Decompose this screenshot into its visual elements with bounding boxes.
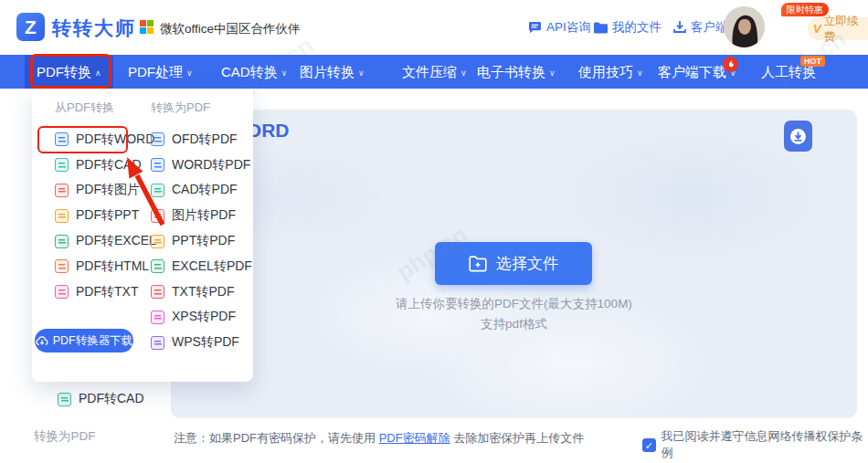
file-icon bbox=[58, 393, 71, 406]
agreement-row: ✓ 我已阅读并遵守信息网络传播权保护条例 bbox=[642, 428, 868, 461]
comment-icon bbox=[528, 21, 542, 34]
client-label: 客户端 bbox=[691, 19, 728, 36]
vip-icon: V bbox=[813, 22, 821, 36]
nav-item-tips[interactable]: 使用技巧∨ bbox=[578, 55, 643, 89]
sidebar-item-label: PDF转CAD bbox=[79, 391, 144, 407]
menu-item-pdf-to-word[interactable]: PDF转WORD bbox=[55, 127, 156, 153]
file-icon bbox=[55, 209, 69, 223]
menu-item-ppt-to-pdf[interactable]: PPT转PDF bbox=[151, 228, 252, 254]
nav-item-pdf-convert[interactable]: PDF转换∧ bbox=[25, 55, 113, 89]
file-icon bbox=[55, 259, 69, 273]
client-link[interactable]: 客户端 bbox=[673, 19, 728, 36]
nav-item-cad-convert[interactable]: CAD转换∨ bbox=[221, 55, 287, 89]
chevron-down-icon: ∨ bbox=[460, 68, 467, 78]
site-logo-text[interactable]: 转转大师 bbox=[52, 16, 136, 41]
file-icon bbox=[151, 235, 164, 248]
menu-item-xps-to-pdf[interactable]: XPS转PDF bbox=[151, 305, 252, 331]
sidebar-item-pdf-to-cad[interactable]: PDF转CAD bbox=[58, 391, 144, 407]
folder-icon bbox=[594, 22, 608, 34]
pdf-password-remove-link[interactable]: PDF密码解除 bbox=[379, 431, 450, 445]
my-files-link[interactable]: 我的文件 bbox=[594, 19, 662, 36]
cloud-download-icon bbox=[36, 335, 48, 346]
chevron-down-icon: ∨ bbox=[637, 68, 643, 78]
file-icon bbox=[151, 158, 164, 172]
dropdown-section-to-pdf: 转换为PDF bbox=[151, 100, 210, 116]
menu-item-wps-to-pdf[interactable]: WPS转PDF bbox=[151, 330, 252, 355]
chevron-down-icon: ∨ bbox=[358, 68, 365, 78]
promo-badge: 限时特惠 bbox=[781, 3, 829, 16]
nav-item-file-compress[interactable]: 文件压缩∨ bbox=[402, 55, 467, 89]
partner-text: 微软office中国区合作伙伴 bbox=[160, 21, 301, 37]
menu-item-ofd-to-pdf[interactable]: OFD转PDF bbox=[151, 127, 252, 153]
upload-hint-format: 支持pdf格式 bbox=[171, 316, 857, 332]
avatar-image bbox=[724, 6, 765, 47]
file-icon bbox=[151, 132, 164, 146]
choose-file-button[interactable]: 选择文件 bbox=[435, 242, 592, 285]
chevron-down-icon: ∨ bbox=[549, 68, 556, 78]
file-icon bbox=[151, 310, 164, 324]
menu-item-txt-to-pdf[interactable]: TXT转PDF bbox=[151, 279, 252, 305]
header: Z 转转大师 微软office中国区合作伙伴 API咨询 我的文件 客户端 V … bbox=[0, 0, 868, 55]
nav-item-ebook-convert[interactable]: 电子书转换∨ bbox=[477, 55, 556, 89]
file-icon bbox=[55, 184, 69, 197]
chevron-down-icon: ∨ bbox=[186, 68, 193, 78]
file-icon bbox=[151, 209, 164, 223]
file-icon bbox=[151, 336, 164, 350]
file-icon bbox=[55, 285, 69, 299]
menu-item-pdf-to-txt[interactable]: PDF转TXT bbox=[55, 279, 156, 305]
menu-item-pdf-to-html[interactable]: PDF转HTML bbox=[55, 254, 156, 279]
banner-download-icon[interactable] bbox=[784, 121, 812, 152]
fire-badge-icon bbox=[723, 57, 738, 72]
api-consult-link[interactable]: API咨询 bbox=[528, 19, 591, 36]
menu-item-pdf-to-cad[interactable]: PDF转CAD bbox=[55, 153, 156, 178]
site-logo-icon[interactable]: Z bbox=[16, 13, 45, 41]
user-avatar[interactable] bbox=[724, 6, 765, 47]
main-nav: PDF转换∧ PDF处理∨ CAD转换∨ 图片转换∨ 文件压缩∨ 电子书转换∨ … bbox=[0, 55, 868, 89]
pdf-converter-download-button[interactable]: PDF转换器下载 bbox=[35, 329, 133, 353]
file-icon bbox=[151, 259, 164, 273]
upload-hint-size: 请上传你要转换的PDF文件(最大支持100M) bbox=[171, 296, 857, 312]
menu-item-excel-to-pdf[interactable]: EXCEL转PDF bbox=[151, 254, 252, 279]
agree-checkbox[interactable]: ✓ bbox=[642, 438, 656, 452]
dropdown-column-to-pdf: OFD转PDF WORD转PDF CAD转PDF 图片转PDF PPT转PDF … bbox=[151, 127, 252, 355]
choose-file-label: 选择文件 bbox=[496, 253, 558, 274]
menu-item-word-to-pdf[interactable]: WORD转PDF bbox=[151, 153, 252, 178]
hot-badge: HOT bbox=[800, 56, 825, 67]
file-icon bbox=[151, 285, 164, 299]
nav-item-pdf-process[interactable]: PDF处理∨ bbox=[128, 55, 193, 89]
my-files-label: 我的文件 bbox=[612, 19, 662, 36]
file-icon bbox=[151, 184, 164, 197]
nav-item-image-convert[interactable]: 图片转换∨ bbox=[300, 55, 365, 89]
menu-item-pdf-to-image[interactable]: PDF转图片 bbox=[55, 178, 156, 204]
renew-label: 立即续费 bbox=[824, 14, 868, 45]
converter-download-label: PDF转换器下载 bbox=[53, 333, 133, 349]
folder-plus-icon bbox=[469, 256, 488, 272]
renew-pill[interactable]: V 立即续费 bbox=[808, 17, 868, 40]
file-icon bbox=[55, 158, 69, 172]
microsoft-logo-icon bbox=[140, 20, 153, 34]
menu-item-pdf-to-excel[interactable]: PDF转EXCEL bbox=[55, 228, 156, 254]
file-icon bbox=[55, 132, 69, 146]
chevron-down-icon: ∨ bbox=[281, 68, 288, 78]
dropdown-column-from-pdf: PDF转WORD PDF转CAD PDF转图片 PDF转PPT PDF转EXCE… bbox=[55, 127, 156, 305]
pdf-convert-dropdown: 从PDF转换 转换为PDF PDF转WORD PDF转CAD PDF转图片 PD… bbox=[32, 89, 253, 382]
dropdown-section-from-pdf: 从PDF转换 bbox=[55, 100, 114, 116]
download-icon bbox=[673, 21, 686, 34]
agree-label: 我已阅读并遵守信息网络传播权保护条例 bbox=[662, 428, 868, 461]
file-icon bbox=[55, 235, 69, 248]
password-note: 注意：如果PDF有密码保护，请先使用 PDF密码解除 去除加密保护再上传文件 bbox=[174, 430, 584, 447]
menu-item-cad-to-pdf[interactable]: CAD转PDF bbox=[151, 178, 252, 204]
caret-up-icon: ∧ bbox=[95, 68, 101, 78]
menu-item-pdf-to-ppt[interactable]: PDF转PPT bbox=[55, 203, 156, 228]
api-consult-label: API咨询 bbox=[546, 19, 591, 36]
menu-item-image-to-pdf[interactable]: 图片转PDF bbox=[151, 203, 252, 228]
sidebar-section-to-pdf: 转换为PDF bbox=[34, 428, 96, 445]
